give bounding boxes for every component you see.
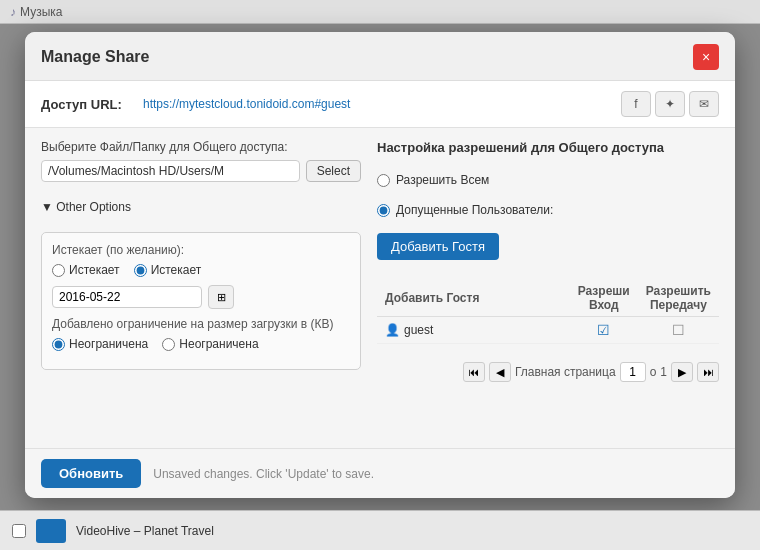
left-panel: Выберите Файл/Папку для Общего доступа: … bbox=[41, 140, 361, 436]
of-label: о bbox=[650, 365, 657, 379]
modal-title: Manage Share bbox=[41, 48, 149, 66]
twitter-share-button[interactable]: ✦ bbox=[655, 91, 685, 117]
allow-login-checkbox[interactable]: ☑ bbox=[597, 322, 610, 338]
table-row: 👤guest ☑ ☐ bbox=[377, 317, 719, 344]
allow-all-row: Разрешить Всем bbox=[377, 173, 719, 187]
col-guest-header: Добавить Гостя bbox=[377, 280, 570, 317]
top-bar-label: Музыка bbox=[20, 5, 62, 19]
last-page-button[interactable]: ⏭ bbox=[697, 362, 719, 382]
person-icon: 👤 bbox=[385, 323, 400, 337]
date-input[interactable] bbox=[52, 286, 202, 308]
other-options-toggle[interactable]: ▼ Other Options bbox=[41, 200, 361, 214]
bottom-checkbox[interactable] bbox=[12, 524, 26, 538]
guest-table: Добавить Гостя РазрешиВход РазрешитьПере… bbox=[377, 280, 719, 344]
prev-page-button[interactable]: ◀ bbox=[489, 362, 511, 382]
date-row: ⊞ bbox=[52, 285, 350, 309]
modal-overlay: Manage Share × Доступ URL: https://mytes… bbox=[0, 24, 760, 510]
update-button[interactable]: Обновить bbox=[41, 459, 141, 488]
email-share-button[interactable]: ✉ bbox=[689, 91, 719, 117]
facebook-share-button[interactable]: f bbox=[621, 91, 651, 117]
expires-radio-row: Истекает Истекает bbox=[52, 263, 350, 277]
allowed-users-label: Допущенные Пользователи: bbox=[396, 203, 553, 217]
page-number-input[interactable] bbox=[620, 362, 646, 382]
expires-radio-2[interactable] bbox=[134, 264, 147, 277]
expires-option2-label[interactable]: Истекает bbox=[134, 263, 202, 277]
home-label: Главная страница bbox=[515, 365, 616, 379]
share-icons-group: f ✦ ✉ bbox=[621, 91, 719, 117]
select-button[interactable]: Select bbox=[306, 160, 361, 182]
manage-share-modal: Manage Share × Доступ URL: https://mytes… bbox=[25, 32, 735, 498]
allow-all-label: Разрешить Всем bbox=[396, 173, 489, 187]
file-section: Выберите Файл/Папку для Общего доступа: … bbox=[41, 140, 361, 190]
size-radio-row: Неограничена Неограничена bbox=[52, 337, 350, 351]
top-bar: ♪ Музыка bbox=[0, 0, 760, 24]
calendar-button[interactable]: ⊞ bbox=[208, 285, 234, 309]
right-panel: Настройка разрешений для Общего доступа … bbox=[377, 140, 719, 436]
thumbnail bbox=[36, 519, 66, 543]
allowed-users-row: Допущенные Пользователи: bbox=[377, 203, 719, 217]
col-transfer-header: РазрешитьПередачу bbox=[638, 280, 719, 317]
allowed-users-radio[interactable] bbox=[377, 204, 390, 217]
allow-login-cell: ☑ bbox=[570, 317, 638, 344]
url-label: Доступ URL: bbox=[41, 97, 131, 112]
modal-footer: Обновить Unsaved changes. Click 'Update'… bbox=[25, 448, 735, 498]
next-page-button[interactable]: ▶ bbox=[671, 362, 693, 382]
url-row: Доступ URL: https://mytestcloud.tonidoid… bbox=[25, 81, 735, 128]
share-url-link[interactable]: https://mytestcloud.tonidoid.com#guest bbox=[143, 97, 609, 111]
unlimited-radio-1[interactable] bbox=[52, 338, 65, 351]
expires-option1-label[interactable]: Истекает bbox=[52, 263, 120, 277]
unlimited2-label[interactable]: Неограничена bbox=[162, 337, 258, 351]
col-login-header: РазрешиВход bbox=[570, 280, 638, 317]
unsaved-changes-text: Unsaved changes. Click 'Update' to save. bbox=[153, 467, 374, 481]
add-guest-button[interactable]: Добавить Гостя bbox=[377, 233, 499, 260]
unlimited1-label[interactable]: Неограничена bbox=[52, 337, 148, 351]
size-label: Добавлено ограничение на размер загрузки… bbox=[52, 317, 350, 331]
total-pages: 1 bbox=[660, 365, 667, 379]
expires-radio-1[interactable] bbox=[52, 264, 65, 277]
unlimited-radio-2[interactable] bbox=[162, 338, 175, 351]
file-path-input[interactable] bbox=[41, 160, 300, 182]
allow-transfer-checkbox[interactable]: ☐ bbox=[672, 322, 685, 338]
modal-body: Выберите Файл/Папку для Общего доступа: … bbox=[25, 128, 735, 448]
first-page-button[interactable]: ⏮ bbox=[463, 362, 485, 382]
bottom-bar: VideoHive – Planet Travel bbox=[0, 510, 760, 550]
file-section-label: Выберите Файл/Папку для Общего доступа: bbox=[41, 140, 361, 154]
bottom-item-label: VideoHive – Planet Travel bbox=[76, 524, 214, 538]
allow-transfer-cell: ☐ bbox=[638, 317, 719, 344]
pagination-row: ⏮ ◀ Главная страница о 1 ▶ ⏭ bbox=[377, 362, 719, 382]
expires-label: Истекает (по желанию): bbox=[52, 243, 350, 257]
modal-header: Manage Share × bbox=[25, 32, 735, 81]
guest-name-cell: 👤guest bbox=[377, 317, 570, 344]
music-icon: ♪ bbox=[10, 5, 16, 19]
allow-all-radio[interactable] bbox=[377, 174, 390, 187]
other-options-panel: Истекает (по желанию): Истекает Истекает bbox=[41, 232, 361, 370]
close-button[interactable]: × bbox=[693, 44, 719, 70]
file-row: Select bbox=[41, 160, 361, 182]
permissions-title: Настройка разрешений для Общего доступа bbox=[377, 140, 719, 155]
